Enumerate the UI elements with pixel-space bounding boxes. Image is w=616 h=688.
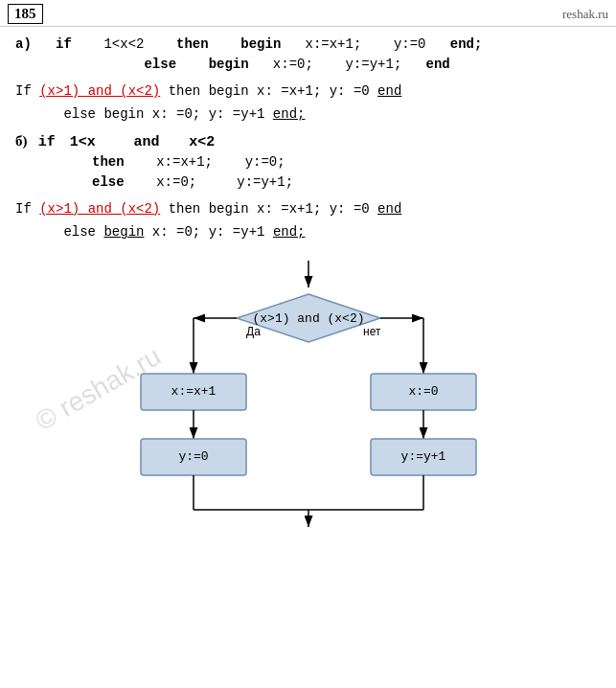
- end-kw-a1: end;: [450, 36, 483, 52]
- end-a1: end: [377, 83, 401, 99]
- else-kw-a: else: [144, 57, 176, 72]
- left-box2-text: y:=0: [178, 449, 208, 464]
- section-label-b: б) if 1<x and x<2: [15, 133, 601, 150]
- answer-a-line2: else begin x: =0; y: =y+1 end;: [15, 103, 601, 125]
- condition-text: (x>1) and (x<2): [252, 311, 364, 326]
- then-kw-a: then: [176, 36, 209, 52]
- end-kw-a2: end: [426, 57, 450, 72]
- flowchart: (x>1) and (x<2) Да нет x:=x+1 x:=0 y: [15, 261, 601, 529]
- left-box1-text: x:=x+1: [171, 384, 216, 399]
- flowchart-svg: (x>1) and (x<2) Да нет x:=x+1 x:=0 y: [107, 261, 510, 529]
- else-b: else: [15, 224, 103, 240]
- begin-kw-a2: begin: [209, 57, 249, 72]
- end-b2: end;: [273, 224, 306, 240]
- then-begin-a: then begin x: =x+1; y: =0: [169, 83, 377, 99]
- if-prefix-b: If: [15, 201, 39, 217]
- b-cond1: 1<x: [70, 134, 130, 150]
- b-cond2: x<2: [163, 134, 215, 150]
- yes-label: Да: [246, 325, 261, 338]
- begin-b2: begin: [103, 224, 144, 240]
- else-body-b: x: =0; y: =y+1: [152, 224, 273, 240]
- section-label-a: а): [15, 36, 32, 52]
- if-kw-b: if: [38, 134, 56, 150]
- then-kw-b: then: [92, 154, 125, 170]
- if-prefix-a: If: [15, 83, 39, 99]
- top-bar: 185 reshak.ru: [0, 0, 616, 27]
- then-begin-b: then begin x: =x+1; y: =0: [169, 201, 377, 217]
- begin-kw-a1: begin: [240, 36, 281, 52]
- main-content: а) if 1<x<2 then begin x:=x+1; y:=0 end;…: [0, 27, 616, 537]
- reshak-logo: reshak.ru: [562, 7, 608, 22]
- no-label: нет: [363, 325, 381, 338]
- right-box1-text: x:=0: [408, 384, 438, 399]
- answer-b-line2: else begin x: =0; y: =y+1 end;: [15, 221, 601, 242]
- condition-b: (x>1) and (x<2): [39, 201, 160, 217]
- problem-number: 185: [8, 4, 43, 24]
- and-kw-b: and: [134, 134, 160, 150]
- answer-b-line1: If (x>1) and (x<2) then begin x: =x+1; y…: [15, 198, 601, 219]
- end-b1: end: [377, 201, 401, 217]
- answer-a-line1: If (x>1) and (x<2) then begin x: =x+1; y…: [15, 80, 601, 102]
- else-begin-a: else begin x: =0; y: =y+1: [15, 106, 273, 122]
- section-b-then: then x:=x+1; y:=0; else x:=0; y:=y+1;: [92, 152, 601, 193]
- section-a-code: а) if 1<x<2 then begin x:=x+1; y:=0 end;…: [15, 34, 601, 75]
- right-box2-text: y:=y+1: [400, 449, 445, 464]
- condition-a: (x>1) and (x<2): [39, 83, 160, 99]
- end-a2: end;: [273, 106, 306, 122]
- else-kw-b: else: [92, 174, 125, 190]
- if-kw-a: if: [56, 36, 72, 52]
- b-label: б): [15, 133, 28, 149]
